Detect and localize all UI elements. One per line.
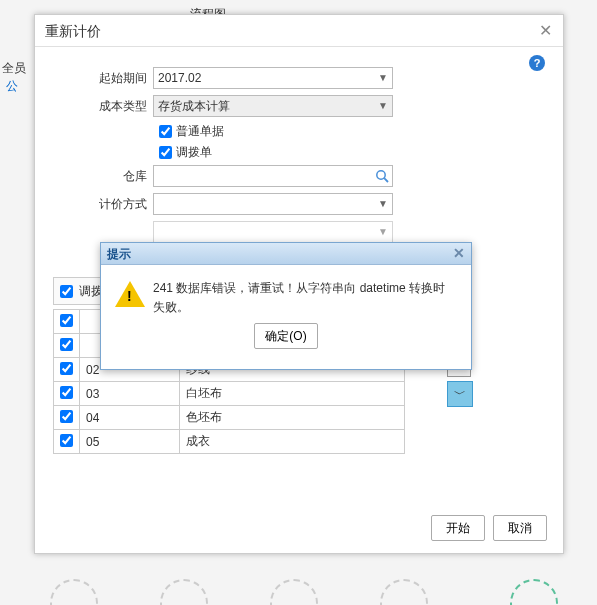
chevron-down-icon: ﹀: [454, 386, 466, 403]
help-icon[interactable]: ?: [529, 55, 545, 71]
expand-down-button[interactable]: ﹀: [447, 381, 473, 407]
bg-members-label: 全员: [2, 60, 26, 77]
row-code: 04: [80, 406, 180, 430]
row-checkbox[interactable]: [60, 338, 73, 351]
alert-ok-label: 确定(O): [265, 329, 306, 343]
normal-bill-checkbox[interactable]: [159, 125, 172, 138]
svg-point-0: [377, 171, 385, 179]
cancel-button[interactable]: 取消: [493, 515, 547, 541]
chevron-down-icon: ▼: [376, 197, 390, 211]
cost-type-select[interactable]: 存货成本计算 ▼: [153, 95, 393, 117]
row-name: 白坯布: [180, 382, 405, 406]
warning-icon: !: [115, 279, 145, 309]
row-checkbox[interactable]: [60, 434, 73, 447]
hidden-select[interactable]: ▼: [153, 221, 393, 243]
transfer-bill-label: 调拨单: [176, 144, 212, 161]
search-icon[interactable]: [374, 168, 390, 184]
svg-line-1: [384, 178, 388, 182]
start-button[interactable]: 开始: [431, 515, 485, 541]
row-name: 色坯布: [180, 406, 405, 430]
row-code: 03: [80, 382, 180, 406]
row-name: 成衣: [180, 430, 405, 454]
table-row[interactable]: 05成衣: [54, 430, 405, 454]
price-method-label: 计价方式: [93, 196, 153, 213]
chevron-down-icon: ▼: [376, 225, 390, 239]
alert-dialog: 提示 ✕ ! 241 数据库错误，请重试！从字符串向 datetime 转换时失…: [100, 242, 472, 370]
table-row[interactable]: 04色坯布: [54, 406, 405, 430]
alert-title: 提示: [107, 247, 131, 261]
dialog-close-icon[interactable]: ✕: [535, 21, 555, 41]
period-value: 2017.02: [158, 71, 201, 85]
table-header-checkbox[interactable]: [60, 285, 73, 298]
row-code: 05: [80, 430, 180, 454]
alert-ok-button[interactable]: 确定(O): [254, 323, 317, 349]
cost-type-value: 存货成本计算: [158, 99, 230, 113]
cost-type-label: 成本类型: [93, 98, 153, 115]
table-row[interactable]: 03白坯布: [54, 382, 405, 406]
transfer-bill-checkbox[interactable]: [159, 146, 172, 159]
bg-gong-link[interactable]: 公: [6, 78, 18, 95]
row-checkbox[interactable]: [60, 410, 73, 423]
alert-close-icon[interactable]: ✕: [451, 246, 467, 262]
alert-message: 241 数据库错误，请重试！从字符串向 datetime 转换时失败。: [153, 279, 457, 317]
row-checkbox[interactable]: [60, 314, 73, 327]
price-method-select[interactable]: ▼: [153, 193, 393, 215]
period-select[interactable]: 2017.02 ▼: [153, 67, 393, 89]
normal-bill-label: 普通单据: [176, 123, 224, 140]
alert-title-bar: 提示 ✕: [101, 243, 471, 265]
dialog-title: 重新计价: [45, 23, 101, 39]
row-checkbox[interactable]: [60, 386, 73, 399]
dialog-title-bar: 重新计价 ✕: [35, 15, 563, 47]
warehouse-label: 仓库: [93, 168, 153, 185]
warehouse-lookup[interactable]: [153, 165, 393, 187]
chevron-down-icon: ▼: [376, 99, 390, 113]
row-checkbox[interactable]: [60, 362, 73, 375]
period-label: 起始期间: [93, 70, 153, 87]
chevron-down-icon: ▼: [376, 71, 390, 85]
